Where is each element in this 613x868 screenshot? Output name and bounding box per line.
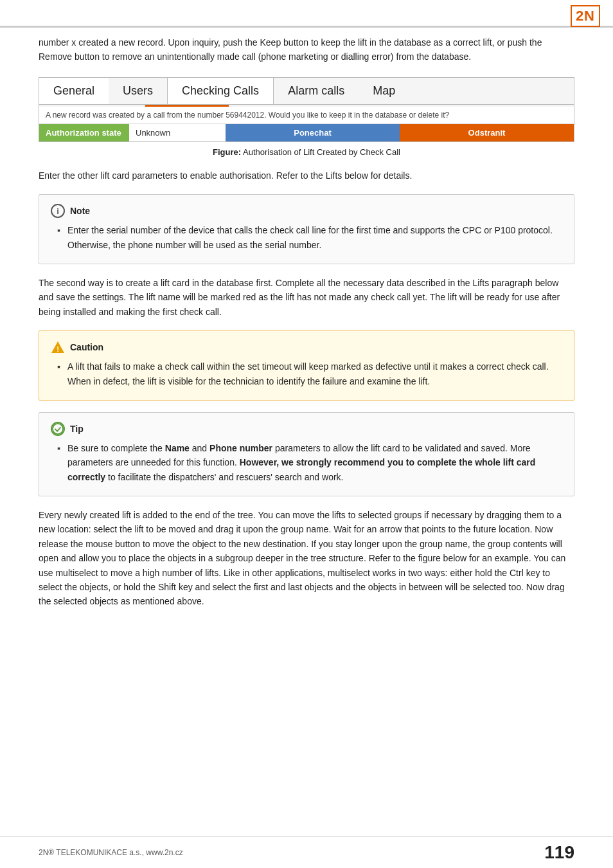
footer-left-text: 2N® TELEKOMUNIKACE a.s., www.2n.cz [39, 848, 183, 857]
notification-bar: A new record was created by a call from … [39, 107, 574, 124]
logo-2n: 2N [571, 5, 600, 27]
figure-container: General Users Checking Calls Alarm calls… [39, 77, 574, 142]
tabs-bar: General Users Checking Calls Alarm calls… [39, 78, 574, 105]
auth-state-label: Authorization state [39, 124, 129, 141]
note-title: Note [70, 206, 90, 216]
tab-alarm-calls[interactable]: Alarm calls [274, 78, 359, 104]
auth-row: Authorization state Unknown Ponechat Ods… [39, 124, 574, 141]
checkmark-icon [52, 422, 64, 435]
svg-text:!: ! [57, 345, 59, 353]
auth-remove-button[interactable]: Odstranit [400, 124, 574, 141]
note-box: i Note Enter the serial number of the de… [39, 194, 574, 264]
figure-caption: Figure: Authorisation of Lift Created by… [39, 147, 574, 157]
tab-map[interactable]: Map [359, 78, 409, 104]
note-header: i Note [51, 204, 562, 218]
tip-icon [51, 422, 65, 436]
tip-body: Be sure to complete the Name and Phone n… [51, 441, 562, 484]
tip-text2: and [190, 443, 209, 453]
figure-caption-text: Authorisation of Lift Created by Check C… [241, 147, 400, 157]
caution-icon: ! [51, 340, 65, 354]
intro-paragraph: number x created a new record. Upon inqu… [39, 35, 574, 64]
caution-body: A lift that fails to make a check call w… [51, 359, 562, 388]
auth-keep-button[interactable]: Ponechat [226, 124, 400, 141]
paragraph-1: Enter the other lift card parameters to … [39, 168, 574, 183]
footer-page-number: 119 [544, 842, 574, 863]
caution-title: Caution [70, 342, 103, 352]
note-list-item: Enter the serial number of the device th… [57, 223, 562, 252]
tab-users[interactable]: Users [109, 78, 167, 104]
tip-header: Tip [51, 422, 562, 436]
page-container: 2N number x created a new record. Upon i… [0, 0, 613, 868]
caution-list-item: A lift that fails to make a check call w… [57, 359, 562, 388]
tab-checking-calls[interactable]: Checking Calls [167, 78, 274, 104]
tip-bold1: Name [165, 443, 190, 453]
figure-caption-bold: Figure: [213, 147, 241, 157]
note-body: Enter the serial number of the device th… [51, 223, 562, 252]
caution-triangle-svg: ! [51, 340, 65, 354]
footer: 2N® TELEKOMUNIKACE a.s., www.2n.cz 119 [0, 836, 613, 868]
svg-point-2 [53, 424, 63, 434]
tip-text4: to facilitate the dispatchers' and rescu… [105, 472, 343, 482]
tip-bold2: Phone number [209, 443, 272, 453]
paragraph-3: Every newly created lift is added to the… [39, 508, 574, 609]
logo-area: 2N [571, 5, 600, 27]
caution-box: ! Caution A lift that fails to make a ch… [39, 330, 574, 401]
info-icon: i [51, 204, 65, 218]
tip-box: Tip Be sure to complete the Name and Pho… [39, 412, 574, 496]
caution-header: ! Caution [51, 340, 562, 354]
top-border [0, 26, 613, 28]
auth-unknown-value: Unknown [129, 124, 226, 141]
tip-text1: Be sure to complete the [67, 443, 165, 453]
tab-general[interactable]: General [39, 78, 109, 104]
paragraph-2: The second way is to create a lift card … [39, 276, 574, 319]
main-content: number x created a new record. Upon inqu… [0, 0, 613, 659]
tip-list-item: Be sure to complete the Name and Phone n… [57, 441, 562, 484]
tip-title: Tip [70, 424, 84, 434]
